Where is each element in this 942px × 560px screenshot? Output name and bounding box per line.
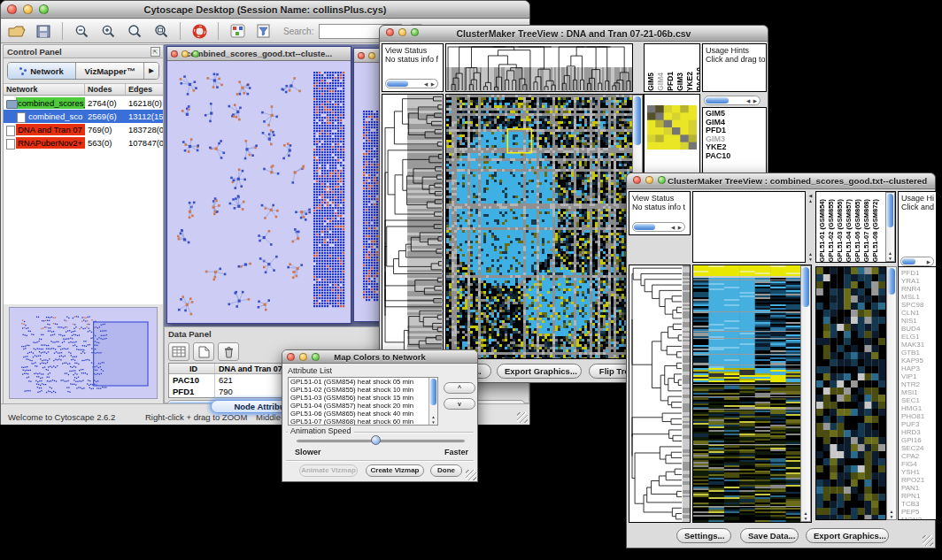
- zoom-heatmap[interactable]: [647, 105, 697, 150]
- zoom-button[interactable]: [39, 4, 49, 14]
- gene-label[interactable]: PAN1: [901, 484, 936, 492]
- float-panel-icon[interactable]: ⇱: [151, 47, 160, 57]
- gene-label[interactable]: RPN1: [901, 492, 936, 500]
- tab-network[interactable]: Network: [8, 63, 76, 79]
- gene-label[interactable]: HAP3: [901, 364, 936, 372]
- network-tree-row[interactable]: combined_scores_ 2764(0) 16218(0): [4, 96, 163, 110]
- gene-label[interactable]: SEC24: [901, 444, 936, 452]
- gene-label[interactable]: BUD4: [901, 325, 936, 333]
- attribute-list-item[interactable]: GPL51-01 (GSM854) heat shock 05 min: [289, 378, 429, 386]
- column-label[interactable]: GPL51-03 (GSM856): [836, 199, 844, 262]
- gene-label[interactable]: ELG1: [901, 333, 936, 341]
- export-graphics-button[interactable]: Export Graphics...: [497, 364, 582, 379]
- resize-grip[interactable]: [517, 412, 528, 423]
- minimize-button[interactable]: [368, 52, 375, 59]
- usage-hints-scrollbar[interactable]: ▶: [900, 257, 934, 266]
- attribute-table-icon[interactable]: [168, 342, 189, 361]
- column-label[interactable]: GPL51-04 (GSM857): [845, 199, 853, 262]
- gene-label[interactable]: CLN1: [901, 309, 936, 317]
- move-up-button[interactable]: ^: [444, 382, 475, 394]
- resize-grip[interactable]: [466, 470, 476, 480]
- gene-label[interactable]: NIS1: [901, 317, 936, 325]
- column-labels-vscrollbar[interactable]: ▲▼: [885, 192, 895, 262]
- row-dendrogram[interactable]: [382, 94, 444, 359]
- column-label[interactable]: GPL51-01 (GSM854): [818, 199, 826, 262]
- close-button[interactable]: [386, 28, 394, 36]
- attribute-list-item[interactable]: GPL51-02 (GSM855) heat shock 10 min: [289, 386, 429, 394]
- help-lifering-icon[interactable]: [189, 22, 210, 41]
- zoom-button[interactable]: [411, 28, 419, 36]
- gene-label[interactable]: MSL1: [901, 293, 936, 301]
- treeview-combined-title-bar[interactable]: ClusterMaker TreeView : combined_scores_…: [627, 173, 935, 189]
- view-status-scrollbar[interactable]: ◀ ▶: [632, 222, 685, 232]
- save-data-button[interactable]: Save Data...: [740, 528, 799, 543]
- close-button[interactable]: [358, 52, 365, 59]
- zoom-out-button[interactable]: [71, 22, 92, 41]
- zoom-fit-button[interactable]: [151, 22, 172, 41]
- attribute-list-item[interactable]: GPL51-03 (GSM856) heat shock 15 min: [289, 394, 429, 402]
- gene-label[interactable]: GTB1: [901, 349, 936, 357]
- gene-label[interactable]: RPO21: [901, 476, 936, 484]
- gene-label[interactable]: HMG1: [901, 404, 936, 412]
- minimize-button[interactable]: [645, 176, 653, 184]
- column-label[interactable]: GPL51-02 (GSM855): [827, 199, 835, 262]
- network-tree-row[interactable]: RNAPuberNov2+ 563(0) 107847(0): [4, 136, 163, 150]
- gene-label[interactable]: CPA2: [901, 452, 936, 460]
- gene-label[interactable]: SEC1: [901, 396, 936, 404]
- gene-label[interactable]: RNR4: [901, 285, 936, 293]
- gene-label[interactable]: YSH1: [901, 468, 936, 476]
- minimize-button[interactable]: [23, 4, 33, 14]
- export-graphics-button[interactable]: Export Graphics...: [806, 528, 889, 543]
- attribute-list-item[interactable]: GPL51-06 (GSM865) heat shock 40 min: [289, 410, 429, 418]
- global-heatmap[interactable]: ▲▼: [692, 265, 812, 523]
- settings-button[interactable]: Settings...: [676, 528, 731, 543]
- move-down-button[interactable]: v: [444, 398, 475, 410]
- zoom-in-button[interactable]: [97, 22, 119, 41]
- zoom-vscrollbar[interactable]: ▲▼: [886, 266, 897, 520]
- gene-label[interactable]: VIP1: [901, 372, 936, 380]
- network-overview-thumbnail[interactable]: [9, 307, 158, 399]
- gene-label[interactable]: TCB3: [901, 500, 936, 508]
- global-heatmap[interactable]: ▲▼: [445, 94, 644, 359]
- network-tree-row[interactable]: combined_sco 2569(6) 13112(15): [4, 110, 163, 123]
- minimize-button[interactable]: [299, 353, 307, 361]
- network-view-canvas[interactable]: [169, 63, 349, 322]
- attribute-list-item[interactable]: GPL51-04 (GSM857) heat shock 20 min: [289, 402, 429, 410]
- animation-speed-slider[interactable]: [297, 440, 465, 442]
- gene-label[interactable]: PUF3: [901, 420, 936, 428]
- treeview-dna-title-bar[interactable]: ClusterMaker TreeView : DNA and Tran 07-…: [380, 26, 768, 42]
- zoom-button[interactable]: [658, 176, 666, 184]
- zoom-button[interactable]: [192, 50, 199, 58]
- gene-label[interactable]: MSI1: [901, 388, 936, 396]
- main-title-bar[interactable]: Cytoscape Desktop (Session Name: collins…: [1, 1, 529, 19]
- done-button[interactable]: Done: [430, 464, 462, 477]
- slider-thumb[interactable]: [371, 435, 381, 445]
- heatmap-vscrollbar[interactable]: ▲▼: [800, 265, 811, 522]
- gene-label[interactable]: YRA1: [901, 277, 936, 285]
- column-label[interactable]: GPL51-07 (GSM868): [862, 199, 870, 262]
- zoom-row-label[interactable]: PAC10: [706, 152, 766, 161]
- network-tree-row[interactable]: DNA and Tran 07 769(0) 183728(0): [4, 123, 163, 136]
- tab-overflow-arrow[interactable]: ▶: [144, 63, 158, 79]
- close-button[interactable]: [633, 176, 641, 184]
- gene-label[interactable]: KAP95: [901, 357, 936, 364]
- save-button[interactable]: [33, 22, 54, 41]
- column-dendrogram[interactable]: [445, 43, 633, 92]
- zoom-selected-button[interactable]: [124, 22, 145, 41]
- annotation-button[interactable]: [227, 22, 248, 41]
- zoom-heatmap[interactable]: [815, 266, 886, 520]
- gene-label[interactable]: GPI16: [901, 436, 936, 444]
- gene-label[interactable]: MAK31: [901, 341, 936, 349]
- animate-vizmap-button[interactable]: Animate Vizmap: [299, 464, 358, 477]
- tab-vizmapper[interactable]: VizMapper™: [76, 63, 144, 79]
- attribute-list-item[interactable]: GPL51-07 (GSM868) heat shock 60 min: [289, 418, 429, 426]
- view-status-scrollbar[interactable]: ◀ ▶: [385, 79, 438, 88]
- scroll-arrows[interactable]: ◀▲: [807, 193, 815, 203]
- row-dendrogram[interactable]: [629, 265, 691, 523]
- gene-label[interactable]: PFD1: [901, 269, 936, 277]
- resize-grip[interactable]: [923, 535, 933, 546]
- filter-button[interactable]: [253, 22, 274, 41]
- gene-label[interactable]: FIG4: [901, 460, 936, 468]
- column-label[interactable]: GPL51-08 (GSM872): [871, 199, 879, 262]
- minimize-button[interactable]: [181, 50, 189, 58]
